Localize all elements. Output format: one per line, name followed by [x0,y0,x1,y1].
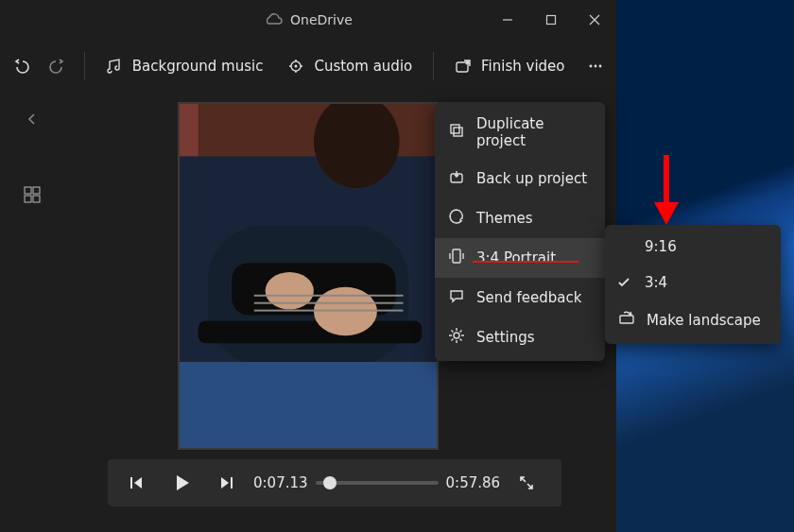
more-menu: Duplicate project Back up project Themes… [435,102,605,361]
previous-frame-button[interactable] [117,464,155,502]
playback-bar: 0:07.13 0:57.86 [108,459,561,506]
menu-item-label: Settings [476,329,535,346]
menu-item-label: Send feedback [476,289,581,306]
menu-item-aspect[interactable]: 3:4 Portrait [435,238,605,278]
close-button[interactable] [573,0,616,40]
svg-rect-28 [231,477,233,489]
svg-rect-1 [547,16,556,25]
svg-rect-30 [454,128,462,136]
more-button[interactable] [580,50,612,82]
backup-icon [448,168,465,189]
button-label: Custom audio [314,58,412,75]
aspect-submenu: 9:16 3:4 Make landscape [605,225,781,344]
submenu-item-landscape[interactable]: Make landscape [605,300,781,340]
settings-icon [448,327,465,348]
time-total: 0:57.86 [446,474,501,491]
submenu-label: Make landscape [647,312,761,329]
svg-rect-24 [254,295,404,297]
undo-button[interactable] [6,49,37,83]
progress-thumb[interactable] [323,476,337,489]
svg-point-7 [589,65,592,68]
menu-item-themes[interactable]: Themes [435,198,605,238]
submenu-item-916[interactable]: 9:16 [605,229,781,265]
aspect-icon [448,248,465,268]
minimize-button[interactable] [486,0,529,40]
feedback-icon [448,287,465,308]
submenu-label: 9:16 [645,238,677,255]
menu-item-settings[interactable]: Settings [435,317,605,357]
background-music-button[interactable]: Background music [96,50,273,82]
divider [433,52,434,80]
svg-point-33 [454,333,459,338]
themes-icon [448,208,465,229]
title-bar: OneDrive [0,0,616,40]
svg-rect-32 [453,249,460,263]
annotation-underline [473,261,578,263]
svg-rect-29 [451,125,459,133]
svg-rect-34 [620,316,633,323]
play-button[interactable] [163,464,200,502]
divider [84,52,85,80]
svg-point-8 [594,65,596,68]
fullscreen-button[interactable] [508,464,545,502]
video-preview[interactable] [178,102,439,450]
svg-point-5 [295,65,298,68]
menu-item-label: Duplicate project [476,115,592,149]
redo-button[interactable] [43,49,74,83]
maximize-button[interactable] [529,0,573,40]
finish-video-button[interactable]: Finish video [445,50,574,82]
menu-item-feedback[interactable]: Send feedback [435,278,605,317]
submenu-item-34[interactable]: 3:4 [605,265,781,300]
button-label: Background music [132,58,264,75]
duplicate-icon [448,122,465,143]
svg-rect-19 [180,362,437,448]
submenu-label: 3:4 [645,274,667,291]
toolbar: Background music Custom audio Finish vid… [0,40,616,93]
svg-rect-25 [254,302,404,304]
menu-item-label: Themes [476,210,533,227]
audio-icon [287,58,304,75]
menu-item-backup[interactable]: Back up project [435,159,605,198]
menu-item-label: 3:4 Portrait [476,249,556,266]
menu-item-label: Back up project [476,170,587,187]
button-label: Finish video [481,58,564,75]
svg-rect-27 [130,477,132,489]
svg-rect-26 [254,310,404,312]
cloud-icon [264,12,283,28]
menu-item-duplicate[interactable]: Duplicate project [435,106,605,159]
svg-point-9 [598,65,601,68]
annotation-arrow [650,149,682,231]
next-frame-button[interactable] [208,464,246,502]
music-icon [106,58,123,75]
progress-track[interactable] [316,481,439,485]
export-icon [455,58,472,75]
rotate-icon [618,310,635,331]
custom-audio-button[interactable]: Custom audio [278,50,422,82]
time-current: 0:07.13 [253,474,308,491]
check-icon [616,275,631,290]
svg-rect-20 [198,320,423,343]
svg-point-22 [314,287,377,335]
window-title: OneDrive [290,12,353,27]
